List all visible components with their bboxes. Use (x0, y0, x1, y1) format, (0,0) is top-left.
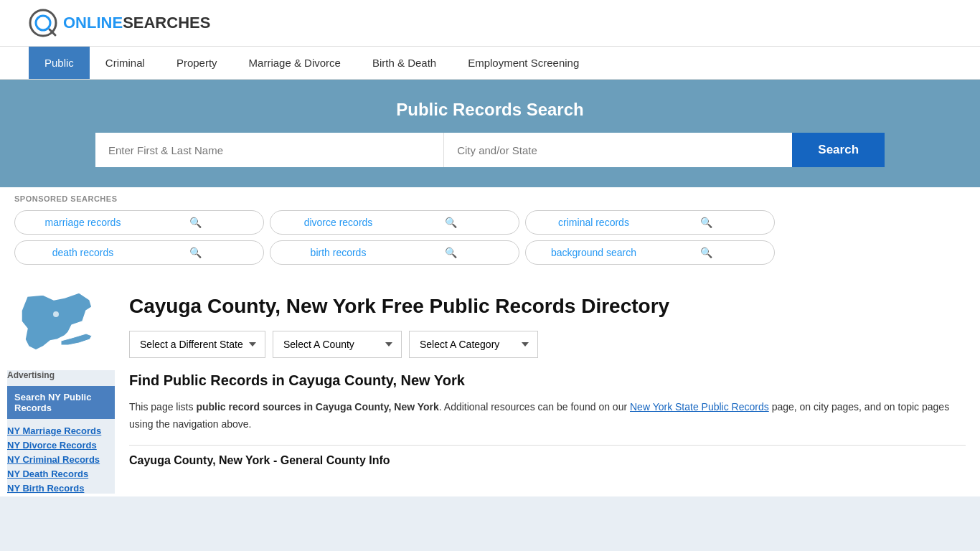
nav-item-employment-screening[interactable]: Employment Screening (452, 47, 595, 79)
svg-point-1 (36, 16, 50, 30)
description-text-1: This page lists (129, 401, 193, 413)
page-title: Cayuga County, New York Free Public Reco… (129, 293, 669, 319)
logo-icon (29, 9, 57, 37)
search-icon: 🔍 (395, 247, 507, 258)
svg-point-5 (53, 311, 59, 317)
state-dropdown[interactable]: Select a Different State (129, 331, 265, 358)
sponsored-item-label: birth records (282, 247, 395, 258)
county-dropdown[interactable]: Select A County (273, 331, 402, 358)
sponsored-item-label: background search (537, 247, 650, 258)
left-column: Advertising Search NY Public Records NY … (0, 272, 115, 496)
nav-item-public[interactable]: Public (29, 47, 90, 79)
sidebar-link-marriage[interactable]: NY Marriage Records (7, 425, 122, 436)
description-paragraph: This page lists public record sources in… (129, 399, 966, 433)
search-icon: 🔍 (395, 217, 507, 228)
map-container (7, 272, 108, 363)
sidebar-links: NY Marriage Records NY Divorce Records N… (7, 425, 122, 494)
sponsored-item-label: death records (27, 247, 139, 258)
nav-item-birth-death[interactable]: Birth & Death (357, 47, 452, 79)
search-icon: 🔍 (139, 217, 252, 228)
logo[interactable]: ONLINESEARCHES (29, 9, 210, 37)
page-heading: Cayuga County, New York Free Public Reco… (129, 279, 966, 331)
section-heading: Find Public Records in Cayuga County, Ne… (129, 372, 966, 389)
sponsored-item-label: criminal records (537, 217, 650, 228)
sponsored-item-label: divorce records (282, 217, 395, 228)
sponsored-grid: marriage records 🔍 divorce records 🔍 cri… (14, 210, 775, 265)
sponsored-label: SPONSORED SEARCHES (14, 194, 966, 203)
location-input[interactable] (444, 133, 792, 167)
sidebar-advertising: Advertising Search NY Public Records NY … (0, 363, 115, 496)
nav-item-criminal[interactable]: Criminal (90, 47, 161, 79)
sponsored-item-divorce[interactable]: divorce records 🔍 (270, 210, 519, 235)
sidebar-featured-ad[interactable]: Search NY Public Records (7, 386, 122, 419)
sponsored-item-marriage[interactable]: marriage records 🔍 (14, 210, 264, 235)
sidebar-link-birth[interactable]: NY Birth Records (7, 482, 122, 494)
search-button[interactable]: Search (792, 133, 885, 167)
name-input[interactable] (95, 133, 444, 167)
ny-state-map (14, 289, 100, 361)
search-icon: 🔍 (139, 247, 252, 258)
sponsored-item-death[interactable]: death records 🔍 (14, 240, 264, 265)
sponsored-section: SPONSORED SEARCHES marriage records 🔍 di… (0, 187, 980, 272)
sponsored-item-birth[interactable]: birth records 🔍 (270, 240, 519, 265)
search-banner-title: Public Records Search (29, 100, 951, 120)
advertising-label: Advertising (7, 370, 122, 380)
category-dropdown[interactable]: Select A Category (409, 331, 538, 358)
sidebar-link-criminal[interactable]: NY Criminal Records (7, 453, 122, 465)
nav-item-property[interactable]: Property (161, 47, 233, 79)
dropdowns-row: Select a Different State Select A County… (129, 331, 966, 358)
description-bold: public record sources in Cayuga County, … (196, 401, 438, 413)
content-divider (129, 445, 966, 446)
inner-body: Advertising Search NY Public Records NY … (0, 272, 980, 496)
general-info-heading: Cayuga County, New York - General County… (129, 454, 966, 467)
site-header: ONLINESEARCHES (0, 0, 980, 47)
main-content: Cayuga County, New York Free Public Reco… (115, 272, 980, 496)
logo-text: ONLINESEARCHES (63, 14, 210, 32)
main-nav: Public Criminal Property Marriage & Divo… (0, 47, 980, 80)
description-link[interactable]: New York State Public Records (630, 401, 769, 413)
search-banner: Public Records Search Search (0, 80, 980, 187)
search-icon: 🔍 (650, 217, 763, 228)
sponsored-item-background[interactable]: background search 🔍 (525, 240, 775, 265)
sponsored-item-label: marriage records (27, 217, 139, 228)
search-icon: 🔍 (650, 247, 763, 258)
sponsored-item-criminal[interactable]: criminal records 🔍 (525, 210, 775, 235)
nav-item-marriage-divorce[interactable]: Marriage & Divorce (233, 47, 357, 79)
sidebar: Advertising Search NY Public Records NY … (7, 370, 122, 494)
sidebar-link-death[interactable]: NY Death Records (7, 468, 122, 479)
description-text-2: . Additional resources can be found on o… (439, 401, 627, 413)
sidebar-link-divorce[interactable]: NY Divorce Records (7, 439, 122, 451)
search-form: Search (95, 133, 885, 167)
